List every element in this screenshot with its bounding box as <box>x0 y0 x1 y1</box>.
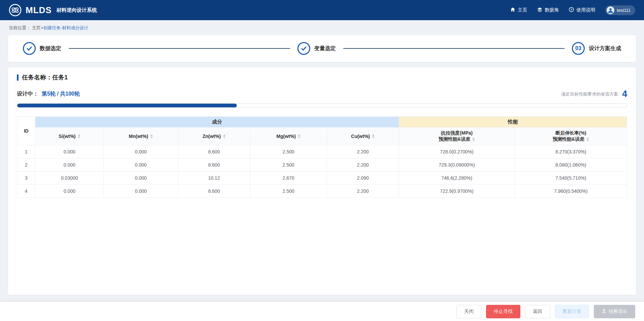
nav-link-label: 主页 <box>518 7 527 13</box>
round-progress-text: 第5轮 / 共100轮 <box>42 91 80 98</box>
step-label: 设计方案生成 <box>589 45 621 52</box>
design-status-row: 设计中： 第5轮 / 共100轮 满足目标性能要求的候选方案: 4 <box>17 89 627 99</box>
close-button[interactable]: 关闭 <box>456 305 481 318</box>
cell-cu: 2.200 <box>327 145 399 158</box>
cell-mg: 2.670 <box>250 172 327 185</box>
task-title: 任务名称：任务1 <box>17 73 627 81</box>
row-id: 4 <box>17 185 35 198</box>
cell-mg: 2.500 <box>250 185 327 198</box>
export-results-button[interactable]: 结果导出 <box>594 305 635 318</box>
sort-icon[interactable] <box>78 134 80 138</box>
table-row: 1 0.000 0.000 8.600 2.500 2.200 728.0(0.… <box>17 145 627 158</box>
col-header-zn[interactable]: Zn(wt%) <box>178 128 250 145</box>
step-done-check-icon <box>297 42 310 55</box>
group-header-composition: 成分 <box>35 117 399 128</box>
nav-link-data[interactable]: 数据角 <box>537 7 559 13</box>
stepper: 数据选定 变量选定 03 设计方案生成 <box>8 35 636 62</box>
nav-right: 主页 数据角 ? 使用说明 <box>510 5 635 15</box>
title-accent-bar <box>17 74 19 81</box>
cell-zn: 8.600 <box>178 145 250 158</box>
group-header-performance: 性能 <box>399 117 627 128</box>
col-header-id: ID <box>17 117 35 145</box>
cell-tensile: 729.3(0.09000%) <box>399 158 515 172</box>
col-header-si[interactable]: Si(wt%) <box>35 128 104 145</box>
task-title-value: 任务1 <box>52 74 68 81</box>
brand: MLDS 材料逆向设计系统 <box>9 4 97 16</box>
row-id: 3 <box>17 172 35 185</box>
row-id: 2 <box>17 158 35 172</box>
step-design-generation: 03 设计方案生成 <box>572 42 621 55</box>
table-row: 3 0.03000 0.000 10.12 2.670 2.090 746.6(… <box>17 172 627 185</box>
sort-icon[interactable] <box>223 134 226 138</box>
breadcrumb-root[interactable]: 主页 <box>32 25 41 30</box>
cell-si: 0.000 <box>35 158 104 172</box>
cell-tensile: 746.6(2.280%) <box>399 172 515 185</box>
col-header-mg[interactable]: Mg(wt%) <box>250 128 327 145</box>
step-connector <box>69 48 290 49</box>
breadcrumb-current[interactable]: 创建任务-材料成分设计 <box>43 25 88 30</box>
home-icon <box>510 7 515 13</box>
group-header-row: ID 成分 性能 <box>17 117 627 128</box>
step-variable-selection: 变量选定 <box>297 42 336 55</box>
cell-elongation: 7.540(5.710%) <box>515 172 627 185</box>
cell-si: 0.000 <box>35 185 104 198</box>
sort-icon[interactable] <box>586 137 589 141</box>
cell-mg: 2.500 <box>250 158 327 172</box>
data-icon <box>537 7 542 13</box>
cell-cu: 2.200 <box>327 185 399 198</box>
sort-icon[interactable] <box>150 134 153 138</box>
progress-fill <box>17 104 237 107</box>
col-header-elongation[interactable]: 断后伸长率(%) 预测性能&误差 <box>515 128 627 145</box>
user-menu[interactable]: test111 <box>605 5 635 15</box>
results-table: ID 成分 性能 Si(wt%) Mn(wt%) Zn(wt%) M <box>17 116 627 198</box>
app-logo-atom-icon <box>9 4 22 16</box>
stop-search-button[interactable]: 停止寻找 <box>486 305 520 318</box>
col-header-tensile-strength[interactable]: 抗拉强度(MPa) 预测性能&误差 <box>399 128 515 145</box>
table-row: 2 0.000 0.000 8.600 2.500 2.200 729.3(0.… <box>17 158 627 172</box>
col-header-cu[interactable]: Cu(wt%) <box>327 128 399 145</box>
step-label: 变量选定 <box>314 45 336 52</box>
step-number-icon: 03 <box>572 42 585 55</box>
sort-icon[interactable] <box>472 137 475 141</box>
col-header-mn[interactable]: Mn(wt%) <box>104 128 178 145</box>
sort-icon[interactable] <box>372 134 375 138</box>
user-avatar-icon <box>607 6 614 14</box>
step-done-check-icon <box>23 42 36 55</box>
designing-label: 设计中： <box>17 91 38 98</box>
brand-name: MLDS <box>26 5 52 15</box>
svg-text:?: ? <box>571 8 572 11</box>
cell-mn: 0.000 <box>104 158 178 172</box>
progress-bar <box>17 103 627 108</box>
nav-link-home[interactable]: 主页 <box>510 7 527 13</box>
sort-icon[interactable] <box>298 134 300 138</box>
step-label: 数据选定 <box>40 45 61 52</box>
help-icon: ? <box>569 7 574 13</box>
action-footer: 关闭 停止寻找 返回 重新计算 结果导出 <box>0 302 644 321</box>
top-navbar: MLDS 材料逆向设计系统 主页 数据角 ? <box>0 0 644 20</box>
brand-subtitle: 材料逆向设计系统 <box>57 7 97 13</box>
cell-mn: 0.000 <box>104 172 178 185</box>
breadcrumb-prefix: 当前位置： <box>9 25 31 30</box>
nav-link-help[interactable]: ? 使用说明 <box>569 7 595 13</box>
cell-cu: 2.200 <box>327 158 399 172</box>
cell-si: 0.000 <box>35 145 104 158</box>
candidates: 满足目标性能要求的候选方案: 4 <box>561 89 627 99</box>
cell-tensile: 722.9(0.9700%) <box>399 185 515 198</box>
cell-mn: 0.000 <box>104 185 178 198</box>
export-icon <box>602 309 606 314</box>
candidates-count: 4 <box>622 89 627 99</box>
candidates-label: 满足目标性能要求的候选方案: <box>561 91 619 97</box>
recalculate-button[interactable]: 重新计算 <box>555 305 589 318</box>
task-title-label: 任务名称：任务1 <box>22 73 68 81</box>
cell-zn: 8.600 <box>178 185 250 198</box>
cell-cu: 2.090 <box>327 172 399 185</box>
back-button[interactable]: 返回 <box>525 305 550 318</box>
cell-mg: 2.500 <box>250 145 327 158</box>
table-row: 4 0.000 0.000 8.600 2.500 2.200 722.9(0.… <box>17 185 627 198</box>
cell-elongation: 8.080(1.060%) <box>515 158 627 172</box>
task-panel: 任务名称：任务1 设计中： 第5轮 / 共100轮 满足目标性能要求的候选方案:… <box>8 67 636 295</box>
username: test111 <box>617 8 631 13</box>
step-data-selection: 数据选定 <box>23 42 61 55</box>
cell-zn: 10.12 <box>178 172 250 185</box>
cell-mn: 0.000 <box>104 145 178 158</box>
